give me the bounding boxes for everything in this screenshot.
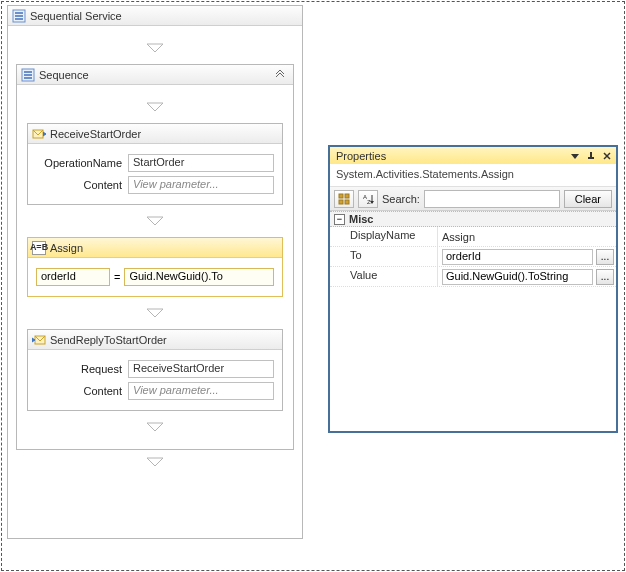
connector-arrow[interactable] [27, 95, 283, 119]
sequence-icon [12, 9, 26, 23]
svg-rect-8 [24, 77, 32, 79]
property-row-to[interactable]: To orderId ... [330, 247, 616, 267]
receive-body: OperationName StartOrder Content View pa… [28, 144, 282, 204]
svg-rect-24 [345, 200, 349, 204]
category-misc[interactable]: − Misc [330, 211, 616, 227]
search-label: Search: [382, 193, 420, 205]
sequential-service-title: Sequential Service [30, 10, 122, 22]
collapse-toggle-icon[interactable]: − [334, 214, 345, 225]
svg-marker-12 [147, 309, 163, 317]
category-label: Misc [349, 213, 373, 225]
categorize-button[interactable] [334, 190, 354, 208]
pin-icon[interactable] [584, 149, 598, 163]
svg-text:Z: Z [367, 199, 371, 205]
ellipsis-button[interactable]: ... [596, 269, 614, 285]
design-canvas: Sequential Service Sequence [1, 1, 625, 571]
prop-to-input[interactable]: orderId [442, 249, 593, 265]
chevron-down-icon [145, 307, 165, 319]
assign-header[interactable]: A=B Assign [28, 238, 282, 258]
sequence-header[interactable]: Sequence [17, 65, 293, 85]
property-row-displayname[interactable]: DisplayName Assign [330, 227, 616, 247]
svg-rect-1 [15, 12, 23, 14]
connector-arrow[interactable] [16, 450, 294, 474]
prop-value-input[interactable]: Guid.NewGuid().ToString [442, 269, 593, 285]
prop-label: To [330, 247, 438, 266]
sequence-title: Sequence [39, 69, 89, 81]
send-content-label: Content [36, 385, 128, 397]
prop-value[interactable]: Assign [442, 231, 475, 243]
properties-type: System.Activities.Statements.Assign [330, 164, 616, 187]
send-reply-activity[interactable]: SendReplyToStartOrder Request ReceiveSta… [27, 329, 283, 411]
request-label: Request [36, 363, 128, 375]
assign-to-input[interactable]: orderId [36, 268, 110, 286]
svg-marker-4 [147, 44, 163, 52]
assign-equals: = [114, 271, 120, 283]
prop-label: Value [330, 267, 438, 286]
placeholder-text: View parameter... [133, 384, 219, 396]
send-reply-title: SendReplyToStartOrder [50, 334, 167, 346]
chevron-down-icon [145, 215, 165, 227]
collapse-icon[interactable] [273, 68, 287, 82]
svg-rect-18 [588, 157, 594, 159]
properties-title: Properties [336, 150, 386, 162]
svg-rect-21 [339, 194, 343, 198]
property-row-value[interactable]: Value Guid.NewGuid().ToString ... [330, 267, 616, 287]
svg-marker-11 [147, 217, 163, 225]
chevron-down-icon [145, 421, 165, 433]
svg-marker-16 [571, 154, 579, 159]
operation-name-label: OperationName [36, 157, 128, 169]
connector-arrow[interactable] [27, 415, 283, 439]
receive-activity[interactable]: ReceiveStartOrder OperationName StartOrd… [27, 123, 283, 205]
connector-arrow[interactable] [27, 209, 283, 233]
properties-panel[interactable]: Properties System.Activities.Statements.… [328, 145, 618, 433]
assign-body: orderId = Guid.NewGuid().To [28, 258, 282, 296]
sequential-service-header[interactable]: Sequential Service [8, 6, 302, 26]
ellipsis-button[interactable]: ... [596, 249, 614, 265]
message-in-icon [32, 127, 46, 141]
sequential-service-activity[interactable]: Sequential Service Sequence [7, 5, 303, 539]
assign-icon: A=B [32, 241, 46, 255]
sequence-activity[interactable]: Sequence [16, 64, 294, 450]
properties-toolbar: AZ Search: Clear [330, 187, 616, 211]
svg-marker-9 [147, 103, 163, 111]
alphabetical-button[interactable]: AZ [358, 190, 378, 208]
operation-name-input[interactable]: StartOrder [128, 154, 274, 172]
send-reply-body: Request ReceiveStartOrder Content View p… [28, 350, 282, 410]
send-reply-header[interactable]: SendReplyToStartOrder [28, 330, 282, 350]
sequential-service-body: Sequence [8, 26, 302, 484]
search-input[interactable] [424, 190, 560, 208]
close-icon[interactable] [600, 149, 614, 163]
sequence-body: ReceiveStartOrder OperationName StartOrd… [17, 85, 293, 449]
receive-content-input[interactable]: View parameter... [128, 176, 274, 194]
receive-content-label: Content [36, 179, 128, 191]
chevron-down-icon [145, 456, 165, 468]
send-content-input[interactable]: View parameter... [128, 382, 274, 400]
clear-button[interactable]: Clear [564, 190, 612, 208]
svg-rect-6 [24, 71, 32, 73]
assign-activity[interactable]: A=B Assign orderId = Guid.NewGuid().To [27, 237, 283, 297]
svg-rect-3 [15, 18, 23, 20]
prop-label: DisplayName [330, 227, 438, 246]
chevron-down-icon [145, 42, 165, 54]
svg-marker-15 [147, 458, 163, 466]
assign-value-input[interactable]: Guid.NewGuid().To [124, 268, 274, 286]
assign-title: Assign [50, 242, 83, 254]
sequence-icon [21, 68, 35, 82]
properties-titlebar[interactable]: Properties [330, 147, 616, 164]
svg-rect-2 [15, 15, 23, 17]
chevron-down-icon [145, 101, 165, 113]
message-out-icon [32, 333, 46, 347]
svg-rect-23 [339, 200, 343, 204]
svg-rect-22 [345, 194, 349, 198]
svg-marker-14 [147, 423, 163, 431]
request-input[interactable]: ReceiveStartOrder [128, 360, 274, 378]
dropdown-icon[interactable] [568, 149, 582, 163]
receive-title: ReceiveStartOrder [50, 128, 141, 140]
placeholder-text: View parameter... [133, 178, 219, 190]
svg-rect-7 [24, 74, 32, 76]
connector-arrow[interactable] [27, 301, 283, 325]
receive-header[interactable]: ReceiveStartOrder [28, 124, 282, 144]
connector-arrow[interactable] [16, 36, 294, 60]
property-grid: DisplayName Assign To orderId ... Value … [330, 227, 616, 287]
